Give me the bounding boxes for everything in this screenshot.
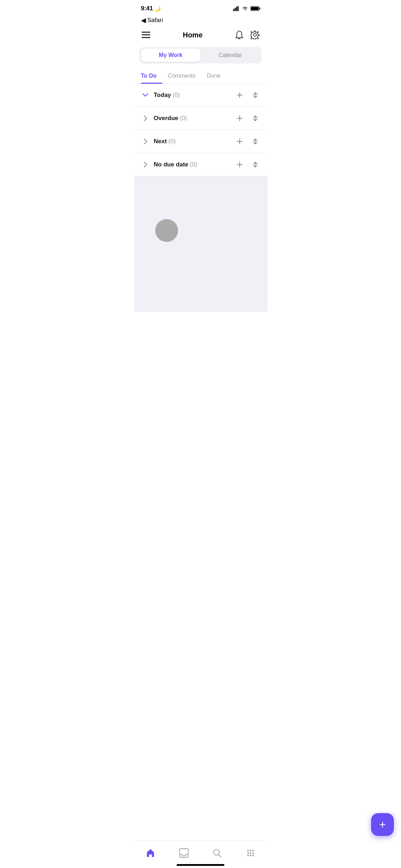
- content-area: Today(0) Overdue(0): [134, 84, 267, 312]
- safari-back-label: Safari: [147, 17, 163, 24]
- tab-to-do[interactable]: To Do: [141, 69, 162, 83]
- svg-rect-9: [142, 37, 150, 38]
- svg-rect-5: [259, 7, 260, 10]
- battery-icon: [250, 6, 260, 11]
- menu-button[interactable]: [141, 30, 151, 40]
- bell-icon: [235, 30, 244, 40]
- tab-comments[interactable]: Comments: [168, 69, 201, 83]
- svg-rect-0: [233, 9, 234, 11]
- app-header: Home: [134, 27, 267, 46]
- status-time: 9:41: [141, 5, 153, 12]
- section-next-actions: [235, 136, 260, 146]
- settings-button[interactable]: [250, 30, 260, 40]
- status-bar: 9:41 🌙: [134, 0, 267, 15]
- section-next-label: Next(0): [154, 138, 235, 145]
- section-no-due-date-actions: [235, 160, 260, 170]
- wifi-icon: [242, 6, 248, 11]
- tab-done[interactable]: Done: [207, 69, 226, 83]
- gear-icon: [250, 30, 260, 40]
- empty-state-area: [134, 176, 267, 312]
- header-action-icons: [234, 30, 260, 40]
- section-today[interactable]: Today(0): [134, 84, 267, 107]
- add-overdue-button[interactable]: [235, 113, 245, 123]
- tab-my-work[interactable]: My Work: [141, 48, 201, 62]
- section-overdue-label: Overdue(0): [154, 115, 235, 122]
- back-arrow-icon: ◀: [141, 16, 146, 24]
- chevron-right-icon: [141, 160, 150, 169]
- page-title: Home: [183, 31, 203, 39]
- chevron-right-icon: [141, 137, 150, 146]
- chevron-right-icon: [141, 114, 150, 123]
- svg-rect-2: [236, 7, 237, 11]
- sort-no-due-date-button[interactable]: [250, 160, 260, 170]
- svg-rect-6: [251, 7, 258, 10]
- menu-icon: [142, 32, 150, 38]
- add-today-button[interactable]: [235, 90, 245, 100]
- svg-rect-7: [142, 32, 150, 33]
- signal-icon: [233, 6, 240, 11]
- svg-rect-3: [238, 6, 239, 11]
- add-next-button[interactable]: [235, 136, 245, 146]
- section-next[interactable]: Next(0): [134, 130, 267, 153]
- svg-point-10: [254, 33, 256, 36]
- svg-rect-8: [142, 35, 150, 36]
- empty-circle-decoration: [155, 219, 178, 242]
- section-overdue[interactable]: Overdue(0): [134, 107, 267, 130]
- chevron-down-icon: [141, 91, 150, 99]
- sort-overdue-button[interactable]: [250, 113, 260, 123]
- notification-button[interactable]: [234, 30, 244, 40]
- sort-next-button[interactable]: [250, 136, 260, 146]
- section-overdue-actions: [235, 113, 260, 123]
- safari-back[interactable]: ◀ Safari: [134, 15, 267, 27]
- main-tab-bar: My Work Calendar: [140, 47, 262, 63]
- tab-calendar[interactable]: Calendar: [200, 48, 260, 62]
- sort-today-button[interactable]: [250, 90, 260, 100]
- svg-rect-1: [235, 8, 236, 11]
- section-no-due-date[interactable]: No due date(0): [134, 153, 267, 176]
- add-no-due-date-button[interactable]: [235, 160, 245, 170]
- section-today-label: Today(0): [154, 92, 235, 99]
- section-today-actions: [235, 90, 260, 100]
- status-icons: [233, 6, 260, 11]
- sub-tab-bar: To Do Comments Done: [134, 69, 267, 84]
- section-no-due-date-label: No due date(0): [154, 161, 235, 168]
- moon-icon: 🌙: [155, 6, 161, 11]
